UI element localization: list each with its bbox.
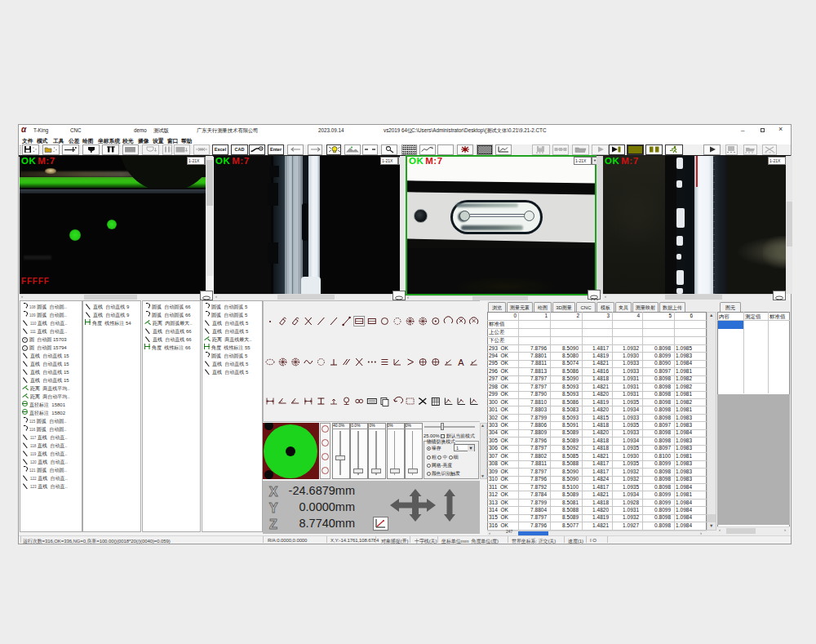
svg-text:A: A (458, 358, 464, 367)
